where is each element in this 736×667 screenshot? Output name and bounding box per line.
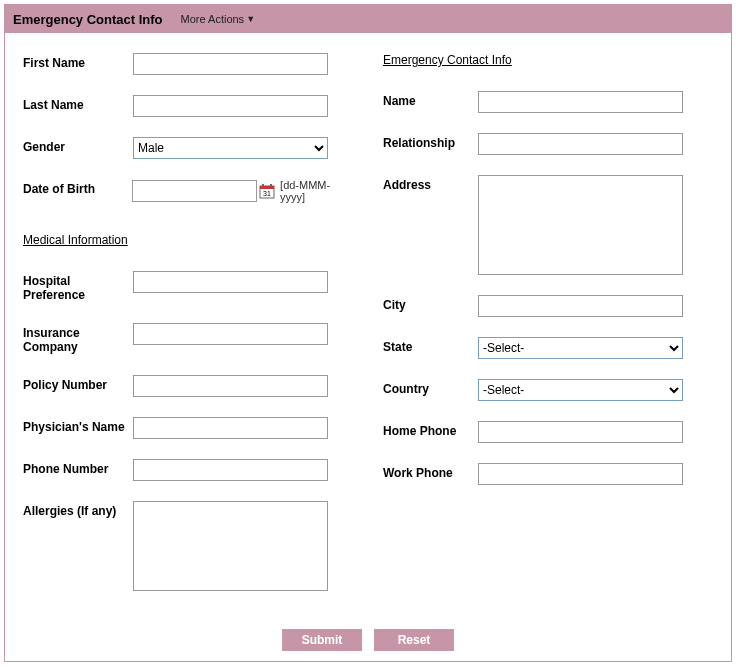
country-label: Country — [383, 379, 478, 396]
medical-info-heading: Medical Information — [23, 233, 353, 247]
chevron-down-icon: ▼ — [246, 14, 255, 24]
reset-button[interactable]: Reset — [374, 629, 454, 651]
right-column: Emergency Contact Info Name Relationship… — [383, 53, 713, 611]
phone-input[interactable] — [133, 459, 328, 481]
home-phone-input[interactable] — [478, 421, 683, 443]
gender-label: Gender — [23, 137, 133, 154]
header-bar: Emergency Contact Info More Actions ▼ — [5, 5, 731, 33]
city-label: City — [383, 295, 478, 312]
physician-input[interactable] — [133, 417, 328, 439]
form-frame: Emergency Contact Info More Actions ▼ Fi… — [4, 4, 732, 662]
svg-rect-2 — [262, 184, 264, 187]
relationship-label: Relationship — [383, 133, 478, 150]
allergies-textarea[interactable] — [133, 501, 328, 591]
insurance-label: Insurance Company — [23, 323, 133, 355]
address-textarea[interactable] — [478, 175, 683, 275]
dob-label: Date of Birth — [23, 179, 132, 196]
first-name-input[interactable] — [133, 53, 328, 75]
left-column: First Name Last Name Gender Male Date of… — [23, 53, 353, 611]
hospital-label: Hospital Preference — [23, 271, 133, 303]
dob-input[interactable] — [132, 180, 257, 202]
allergies-label: Allergies (If any) — [23, 501, 133, 518]
phone-label: Phone Number — [23, 459, 133, 476]
work-phone-label: Work Phone — [383, 463, 478, 480]
last-name-input[interactable] — [133, 95, 328, 117]
svg-rect-3 — [270, 184, 272, 187]
home-phone-label: Home Phone — [383, 421, 478, 438]
submit-button[interactable]: Submit — [282, 629, 362, 651]
first-name-label: First Name — [23, 53, 133, 70]
form-body: First Name Last Name Gender Male Date of… — [5, 33, 731, 621]
emergency-contact-heading: Emergency Contact Info — [383, 53, 713, 67]
footer-bar: Submit Reset — [5, 621, 731, 661]
more-actions-menu[interactable]: More Actions ▼ — [181, 13, 256, 25]
relationship-input[interactable] — [478, 133, 683, 155]
city-input[interactable] — [478, 295, 683, 317]
insurance-input[interactable] — [133, 323, 328, 345]
state-label: State — [383, 337, 478, 354]
dob-hint: [dd-MMM-yyyy] — [280, 179, 353, 203]
hospital-input[interactable] — [133, 271, 328, 293]
country-select[interactable]: -Select- — [478, 379, 683, 401]
gender-select[interactable]: Male — [133, 137, 328, 159]
svg-text:31: 31 — [263, 190, 271, 197]
work-phone-input[interactable] — [478, 463, 683, 485]
name-input[interactable] — [478, 91, 683, 113]
name-label: Name — [383, 91, 478, 108]
address-label: Address — [383, 175, 478, 192]
physician-label: Physician's Name — [23, 417, 133, 434]
policy-input[interactable] — [133, 375, 328, 397]
state-select[interactable]: -Select- — [478, 337, 683, 359]
last-name-label: Last Name — [23, 95, 133, 112]
page-title: Emergency Contact Info — [13, 12, 163, 27]
calendar-icon[interactable]: 31 — [259, 182, 276, 200]
more-actions-label: More Actions — [181, 13, 245, 25]
policy-label: Policy Number — [23, 375, 133, 392]
